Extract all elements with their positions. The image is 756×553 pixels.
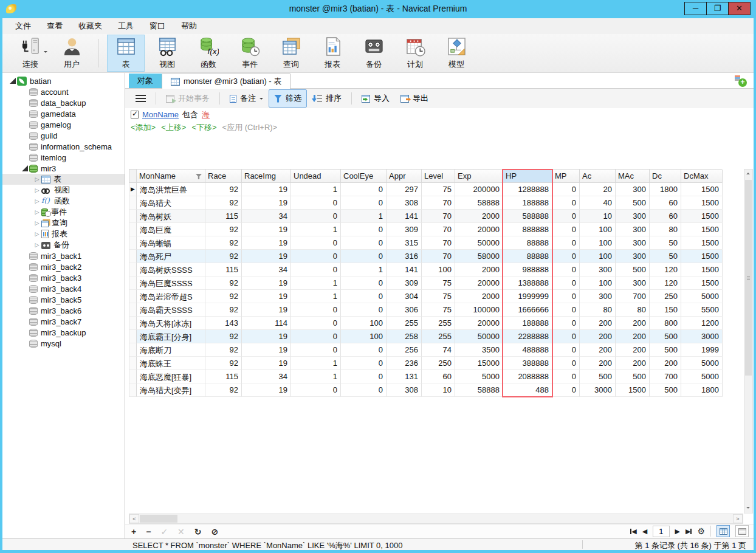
menu-item-4[interactable]: 窗口	[142, 18, 173, 34]
tree-collapsed-icon[interactable]: ▷	[33, 186, 41, 194]
tree-collapsed-icon[interactable]: ▷	[33, 230, 41, 238]
begin-transaction-button[interactable]: 开始事务	[160, 89, 215, 108]
menu-item-2[interactable]: 收藏夹	[70, 18, 110, 34]
cell-MP[interactable]: 0	[552, 383, 580, 397]
column-header-Dc[interactable]: Dc	[650, 170, 681, 183]
horizontal-scrollbar-thumb[interactable]	[140, 515, 177, 523]
tree-expanded-icon[interactable]	[21, 164, 29, 173]
cell-MP[interactable]: 0	[552, 236, 580, 250]
tree-item-mir3_back3[interactable]: mir3_back3	[2, 272, 125, 283]
cell-HP[interactable]: 388888	[503, 357, 552, 370]
cell-Race[interactable]: 115	[205, 210, 242, 223]
filter-apply-link[interactable]: <应用 (Ctrl+R)>	[222, 122, 278, 133]
cell-Dc[interactable]: 200	[650, 357, 681, 370]
tree-collapsed-icon[interactable]: ▷	[33, 241, 41, 249]
cell-Exp[interactable]: 50000	[455, 330, 503, 343]
cell-HP[interactable]: 488888	[503, 343, 552, 357]
cell-MP[interactable]: 0	[552, 223, 580, 236]
column-header-Exp[interactable]: Exp	[455, 170, 503, 183]
cell-MP[interactable]: 0	[552, 263, 580, 276]
cell-DcMax[interactable]: 1500	[681, 236, 723, 250]
row-marker[interactable]	[129, 370, 137, 383]
toolbar-button-backup[interactable]: 备份	[355, 35, 393, 72]
cell-Ac[interactable]: 300	[580, 263, 616, 276]
filter-operator-link[interactable]: 包含	[182, 109, 198, 120]
column-header-CoolEye[interactable]: CoolEye	[341, 170, 387, 183]
cell-MonName[interactable]: 海岛巨魔	[137, 223, 205, 236]
tree-item-gamedata[interactable]: gamedata	[2, 108, 125, 119]
cell-Dc[interactable]: 120	[650, 276, 681, 290]
cell-CoolEye[interactable]: 0	[341, 236, 387, 250]
cell-Race[interactable]: 115	[205, 370, 242, 383]
cell-MonName[interactable]: 海岛猎犬	[137, 196, 205, 210]
cell-MAc[interactable]: 300	[616, 236, 650, 250]
tab-objects[interactable]: 对象	[129, 74, 162, 88]
cell-HP[interactable]: 888888	[503, 223, 552, 236]
tree-item-mir3_back4[interactable]: mir3_back4	[2, 283, 125, 294]
cell-Undead[interactable]: 0	[291, 210, 341, 223]
cell-Ac[interactable]: 3000	[580, 383, 616, 397]
menu-item-5[interactable]: 帮助	[173, 18, 205, 34]
cell-DcMax[interactable]: 5000	[681, 290, 723, 303]
cell-MP[interactable]: 0	[552, 343, 580, 357]
cell-Exp[interactable]: 15000	[455, 357, 503, 370]
current-row-marker[interactable]: ▶	[129, 183, 137, 196]
cell-Race[interactable]: 92	[205, 303, 242, 317]
tree-collapsed-icon[interactable]: ▷	[33, 219, 41, 227]
last-page-button[interactable]: ▶	[686, 528, 692, 535]
cell-Appr[interactable]: 255	[387, 317, 422, 330]
cell-RaceImg[interactable]: 114	[242, 317, 291, 330]
cell-Dc[interactable]: 50	[650, 236, 681, 250]
cell-CoolEye[interactable]: 0	[341, 196, 387, 210]
cell-CoolEye[interactable]: 0	[341, 223, 387, 236]
column-header-Undead[interactable]: Undead	[291, 170, 341, 183]
cell-Dc[interactable]: 150	[650, 303, 681, 317]
cell-Appr[interactable]: 236	[387, 357, 422, 370]
tree-collapsed-icon[interactable]: ▷	[33, 175, 41, 184]
cell-CoolEye[interactable]: 0	[341, 303, 387, 317]
cell-Level[interactable]: 60	[422, 370, 455, 383]
cell-MAc[interactable]: 200	[616, 317, 650, 330]
first-page-button[interactable]: ◀	[630, 528, 636, 535]
cell-HP[interactable]: 988888	[503, 263, 552, 276]
table-row[interactable]: 海岛岩溶帝超S921910304752000199999903007002505…	[129, 290, 722, 303]
table-row[interactable]: 海岛死尸9219003167058000888880100300501500	[129, 250, 722, 263]
column-header-Ac[interactable]: Ac	[580, 170, 616, 183]
table-row[interactable]: 海岛巨魔SSSS92191030975200001388888010030012…	[129, 276, 722, 290]
cell-Ac[interactable]: 80	[580, 303, 616, 317]
cell-Undead[interactable]: 0	[291, 250, 341, 263]
table-row[interactable]: 海岛霸天SSSS92190030675100000166666608080150…	[129, 303, 722, 317]
cell-Undead[interactable]: 1	[291, 183, 341, 196]
cell-Level[interactable]: 70	[422, 236, 455, 250]
cell-MAc[interactable]: 300	[616, 276, 650, 290]
scroll-down-icon[interactable]	[744, 503, 752, 513]
tree-item-mir3_back2[interactable]: mir3_back2	[2, 261, 125, 272]
cell-Undead[interactable]: 0	[291, 317, 341, 330]
tree-collapsed-icon[interactable]: ▷	[33, 208, 41, 216]
row-marker[interactable]	[129, 357, 137, 370]
row-marker[interactable]	[129, 263, 137, 276]
cell-MonName[interactable]: 海岛天将[冰冻]	[137, 317, 205, 330]
cell-HP[interactable]: 88888	[503, 250, 552, 263]
cell-CoolEye[interactable]: 0	[341, 183, 387, 196]
cell-MP[interactable]: 0	[552, 210, 580, 223]
cell-Dc[interactable]: 60	[650, 210, 681, 223]
cell-DcMax[interactable]: 5500	[681, 303, 723, 317]
cell-Dc[interactable]: 60	[650, 196, 681, 210]
cell-Dc[interactable]: 500	[650, 383, 681, 397]
cell-DcMax[interactable]: 1800	[681, 383, 723, 397]
cell-MP[interactable]: 0	[552, 357, 580, 370]
cell-MonName[interactable]: 海底断刀	[137, 343, 205, 357]
toolbar-button-model[interactable]: 模型	[438, 35, 475, 72]
cell-Race[interactable]: 92	[205, 250, 242, 263]
column-header-DcMax[interactable]: DcMax	[681, 170, 723, 183]
cell-Level[interactable]: 70	[422, 210, 455, 223]
table-row[interactable]: 海岛猎犬9219003087058888188888040500601500	[129, 196, 722, 210]
cell-Ac[interactable]: 200	[580, 317, 616, 330]
cell-RaceImg[interactable]: 34	[242, 263, 291, 276]
cell-Exp[interactable]: 2000	[455, 263, 503, 276]
cell-DcMax[interactable]: 5000	[681, 370, 723, 383]
cell-Dc[interactable]: 800	[650, 317, 681, 330]
cell-RaceImg[interactable]: 19	[242, 343, 291, 357]
cell-HP[interactable]: 1288888	[503, 183, 552, 196]
